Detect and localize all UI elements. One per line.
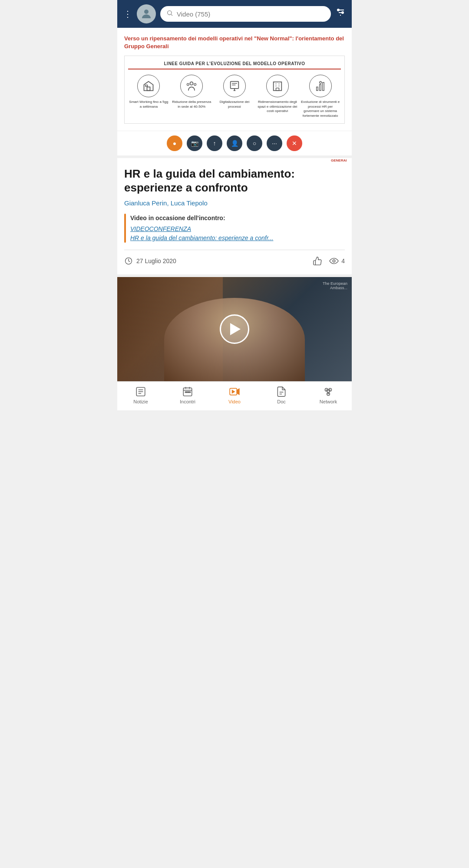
svg-point-30 (333, 260, 335, 262)
meta-actions: 4 (313, 256, 345, 266)
notizie-label: Notizie (133, 399, 148, 404)
search-icon (166, 10, 173, 18)
chart-icon (309, 75, 332, 97)
search-input[interactable] (177, 10, 325, 18)
svg-point-10 (190, 82, 193, 85)
svg-point-0 (144, 10, 149, 14)
nav-item-notizie[interactable]: Notizie (117, 386, 164, 404)
svg-point-7 (342, 12, 343, 13)
user-icon (140, 7, 153, 20)
network-icon (323, 386, 334, 397)
divider (124, 250, 345, 250)
article-title: HR e la guida del cambiamento: esperienz… (124, 167, 345, 195)
icon-evoluzione: Evoluzione di strumenti e processi HR pe… (300, 75, 341, 118)
icon-smart-working: Smart Working fino a 5gg a settimana (128, 75, 169, 109)
quote-link[interactable]: VIDEOCONFERENZA (130, 225, 191, 232)
svg-rect-9 (145, 85, 148, 87)
svg-rect-18 (273, 82, 281, 91)
icon-ridimensionamento: Ridimensionamento degli spazi e ottimizz… (257, 75, 298, 113)
quote-content: Video in occasione dell'incontro: VIDEOC… (130, 214, 273, 243)
svg-rect-25 (319, 85, 321, 91)
slide-content: LINEE GUIDA PER L'EVOLUZIONE DEL MODELLO… (124, 56, 345, 124)
filter-icon[interactable] (335, 7, 346, 20)
svg-marker-44 (232, 390, 234, 393)
bottom-nav: Notizie Incontri Video Doc (117, 381, 352, 410)
nav-item-video[interactable]: Video (211, 386, 258, 404)
tablet-icon (223, 75, 246, 97)
notizie-icon (135, 386, 146, 397)
svg-rect-8 (147, 87, 150, 91)
generali-logo: GENERALI (331, 155, 347, 167)
svg-point-49 (327, 393, 330, 396)
eye-icon (329, 256, 339, 266)
svg-rect-41 (189, 392, 190, 393)
menu-button[interactable]: ⋮ (123, 9, 132, 19)
meta-row: 27 Luglio 2020 4 (124, 256, 345, 266)
icon-digitalizzazione: Digitalizzazione dei processi (214, 75, 255, 109)
svg-rect-26 (322, 83, 324, 91)
video-controls-bar: ● 📷 ↑ 👤 ○ ··· ✕ (117, 131, 352, 155)
icons-row: Smart Working fino a 5gg a settimana Rid… (128, 75, 341, 118)
incontri-icon (182, 386, 193, 397)
nav-item-incontri[interactable]: Incontri (164, 386, 211, 404)
quote-link2[interactable]: HR e la guida del cambiamento: esperienz… (130, 234, 273, 241)
video-controls-wrap: ● 📷 ↑ 👤 ○ ··· ✕ GENERALI (117, 131, 352, 155)
play-button[interactable] (220, 314, 249, 344)
svg-point-1 (168, 11, 172, 15)
svg-point-11 (187, 84, 189, 86)
svg-line-2 (171, 14, 172, 16)
smart-working-label: Smart Working fino a 5gg a settimana (128, 100, 169, 109)
thumbsup-icon (313, 256, 322, 266)
quote-label: Video in occasione dell'incontro: (130, 214, 273, 223)
quote-bar (124, 214, 126, 243)
house-icon (137, 75, 160, 97)
riduzione-label: Riduzione della presenza in sede al 40-5… (171, 100, 212, 109)
top-bar: ⋮ (117, 0, 352, 28)
ctrl-record-button[interactable]: ● (167, 135, 182, 151)
svg-marker-43 (237, 389, 239, 394)
svg-point-6 (337, 9, 339, 11)
incontri-label: Incontri (180, 399, 195, 404)
ctrl-camera-button[interactable]: 📷 (187, 135, 202, 151)
icon-riduzione: Riduzione della presenza in sede al 40-5… (171, 75, 212, 109)
ctrl-circle-button[interactable]: ○ (247, 135, 262, 151)
ridimensionamento-label: Ridimensionamento degli spazi e ottimizz… (257, 100, 298, 113)
slide-title: Verso un ripensamento dei modelli operat… (124, 35, 345, 50)
search-box[interactable] (160, 6, 331, 22)
video-icon (229, 386, 240, 397)
network-label: Network (320, 399, 337, 404)
svg-rect-24 (316, 87, 318, 91)
ctrl-person-button[interactable]: 👤 (227, 135, 242, 151)
evoluzione-label: Evoluzione di strumenti e processi HR pe… (300, 100, 341, 118)
video-watermark: The European Ambass... (323, 281, 347, 290)
digitalizzazione-label: Digitalizzazione dei processi (214, 100, 255, 109)
guideline-title: LINEE GUIDA PER L'EVOLUZIONE DEL MODELLO… (128, 61, 341, 69)
ctrl-more-button[interactable]: ··· (267, 135, 282, 151)
svg-rect-40 (187, 392, 188, 393)
svg-text:GENERALI: GENERALI (331, 158, 347, 162)
quote-block: Video in occasione dell'incontro: VIDEOC… (124, 214, 345, 243)
doc-icon (276, 386, 287, 397)
people-icon (180, 75, 203, 97)
doc-label: Doc (277, 399, 286, 404)
article-authors[interactable]: Gianluca Perin, Luca Tiepolo (124, 199, 345, 207)
video-label: Video (228, 399, 241, 404)
slide-card: Verso un ripensamento dei modelli operat… (117, 28, 352, 131)
nav-item-network[interactable]: Network (305, 386, 352, 404)
video-thumbnail[interactable]: The European Ambass... (117, 277, 352, 381)
building-icon (266, 75, 289, 97)
avatar[interactable] (137, 4, 156, 23)
svg-rect-39 (185, 392, 187, 393)
views-count: 4 (329, 256, 345, 266)
like-button[interactable] (313, 256, 322, 266)
svg-point-12 (194, 84, 196, 86)
clock-icon (124, 257, 133, 265)
article-date: 27 Luglio 2020 (124, 257, 176, 265)
ctrl-close-button[interactable]: ✕ (287, 135, 302, 151)
nav-item-doc[interactable]: Doc (258, 386, 305, 404)
svg-point-27 (319, 82, 321, 84)
ctrl-share-button[interactable]: ↑ (207, 135, 222, 151)
article-card: HR e la guida del cambiamento: esperienz… (117, 158, 352, 274)
